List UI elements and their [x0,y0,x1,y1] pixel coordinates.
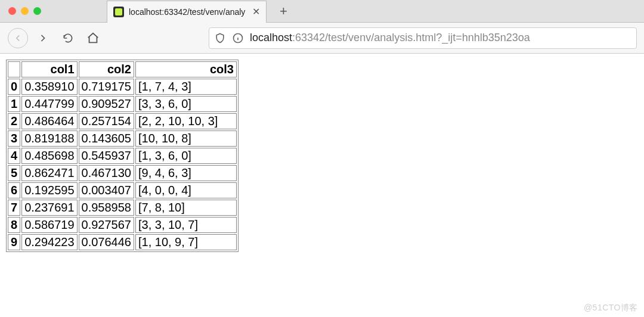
tab-strip: localhost:63342/test/venv/analy ✕ + [0,0,644,23]
cell-col1: 0.486464 [21,113,77,129]
row-index: 7 [8,200,20,216]
table-row: 00.3589100.719175[1, 7, 4, 3] [8,79,237,95]
url-path: :63342/test/venv/analysis.html?_ijt=hnhl… [292,32,530,43]
table-row: 80.5867190.927567[3, 3, 10, 7] [8,217,237,233]
row-index: 6 [8,182,20,198]
cell-col3: [3, 3, 10, 7] [135,217,237,233]
row-index: 2 [8,113,20,129]
row-index: 5 [8,165,20,181]
cell-col2: 0.719175 [79,79,134,95]
cell-col1: 0.862471 [21,165,77,181]
row-index: 8 [8,217,20,233]
cell-col3: [10, 10, 8] [135,130,237,147]
index-header [8,61,20,77]
cell-col3: [1, 7, 4, 3] [135,79,237,95]
table-row: 90.2942230.076446[1, 10, 9, 7] [8,234,237,250]
url-text: localhost:63342/test/venv/analysis.html?… [250,32,530,44]
cell-col1: 0.819188 [21,130,77,147]
cell-col3: [3, 3, 6, 0] [135,96,237,112]
cell-col2: 0.257154 [79,113,134,129]
cell-col3: [9, 4, 6, 3] [135,165,237,181]
tab-close-button[interactable]: ✕ [245,7,260,17]
cell-col2: 0.143605 [79,130,134,147]
table-row: 20.4864640.257154[2, 2, 10, 10, 3] [8,113,237,129]
data-table: col1 col2 col3 00.3589100.719175[1, 7, 4… [6,60,239,252]
cell-col2: 0.003407 [79,182,134,198]
cell-col1: 0.358910 [21,79,77,95]
home-button[interactable] [82,27,104,49]
shield-icon[interactable] [214,32,226,44]
table-header-row: col1 col2 col3 [8,61,237,77]
table-row: 10.4477990.909527[3, 3, 6, 0] [8,96,237,112]
cell-col2: 0.909527 [79,96,134,112]
arrow-left-icon [13,33,23,43]
new-tab-button[interactable]: + [275,3,292,20]
cell-col2: 0.076446 [79,234,134,250]
address-bar[interactable]: localhost:63342/test/venv/analysis.html?… [209,27,637,49]
table-row: 50.8624710.467130[9, 4, 6, 3] [8,165,237,181]
row-index: 0 [8,79,20,95]
cell-col3: [7, 8, 10] [135,200,237,216]
reload-button[interactable] [57,27,79,49]
back-button[interactable] [7,27,29,49]
col-header: col3 [135,61,237,77]
arrow-right-icon [37,32,49,44]
cell-col3: [1, 3, 6, 0] [135,148,237,164]
site-info-icon[interactable] [232,32,244,44]
browser-tab[interactable]: localhost:63342/test/venv/analy ✕ [107,1,267,23]
cell-col3: [2, 2, 10, 10, 3] [135,113,237,129]
window-minimize-button[interactable] [21,7,29,15]
table-row: 30.8191880.143605[10, 10, 8] [8,130,237,147]
cell-col2: 0.467130 [79,165,134,181]
row-index: 9 [8,234,20,250]
watermark: @51CTO博客 [584,303,638,313]
window-controls [0,7,53,15]
table-row: 60.1925950.003407[4, 0, 0, 4] [8,182,237,198]
row-index: 1 [8,96,20,112]
col-header: col1 [21,61,77,77]
window-zoom-button[interactable] [33,7,41,15]
cell-col2: 0.958958 [79,200,134,216]
window-close-button[interactable] [8,7,16,15]
cell-col1: 0.485698 [21,148,77,164]
pycharm-favicon [113,7,124,17]
forward-button[interactable] [32,27,54,49]
cell-col1: 0.237691 [21,200,77,216]
cell-col1: 0.586719 [21,217,77,233]
tab-title: localhost:63342/test/venv/analy [129,7,245,17]
cell-col3: [1, 10, 9, 7] [135,234,237,250]
cell-col3: [4, 0, 0, 4] [135,182,237,198]
row-index: 3 [8,130,20,147]
cell-col2: 0.927567 [79,217,134,233]
cell-col1: 0.447799 [21,96,77,112]
table-row: 70.2376910.958958[7, 8, 10] [8,200,237,216]
home-icon [86,32,100,45]
cell-col1: 0.294223 [21,234,77,250]
url-host: localhost [250,32,292,43]
cell-col1: 0.192595 [21,182,77,198]
cell-col2: 0.545937 [79,148,134,164]
row-index: 4 [8,148,20,164]
toolbar: localhost:63342/test/venv/analysis.html?… [0,23,644,54]
reload-icon [62,32,74,44]
page-content: col1 col2 col3 00.3589100.719175[1, 7, 4… [0,54,644,258]
col-header: col2 [79,61,134,77]
table-row: 40.4856980.545937[1, 3, 6, 0] [8,148,237,164]
